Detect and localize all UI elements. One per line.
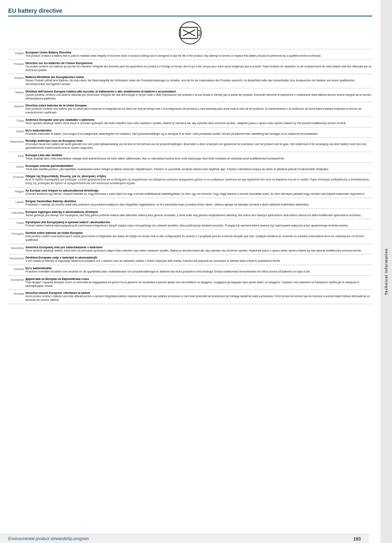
directive-title: Директива за батерии на Европейския съюз <box>25 277 372 280</box>
directive-text: Produktam ir baterija, ka izmanto reālā … <box>25 203 372 207</box>
directive-text: Produkt zawiera baterię wykorzystywaną d… <box>25 224 372 228</box>
language-label: Slovenščina <box>8 256 25 263</box>
directive-body: Richtlijn batterijen voor de Europese Un… <box>25 139 372 150</box>
directive-body: EU:s batteridirektivProdukten innehåller… <box>25 267 372 274</box>
directive-entry: EestiEuroopa Liidu aku direktiivToode si… <box>8 152 372 162</box>
directive-entry: SvenskaEU:s batteridirektivProdukten inn… <box>8 265 372 275</box>
directive-text: Αυτό το προϊόν περιλαμβάνει μια μπαταρία… <box>25 178 372 185</box>
language-label: Latvski <box>8 200 25 207</box>
page-container: EU battery directive EnglishEuropean Uni… <box>0 0 392 543</box>
directive-text: Dit product bevat een batterij die wordt… <box>25 143 372 150</box>
language-label: Eesti <box>8 154 25 161</box>
directive-entry: LietuviškaiEuropos Sąjungos baterijų ir … <box>8 208 372 219</box>
directive-title: Batterie-Richtlinie der Europäischen Uni… <box>25 76 372 79</box>
language-label: Česky <box>8 118 25 125</box>
directive-title: Eiropas Savienibas Bateriju direktiva <box>25 200 372 203</box>
directive-title: Directive sur les batteries de l'Union E… <box>25 62 372 65</box>
directive-title: Οδηγία της Ευρωπαϊκής Ένωσης για τις ηλε… <box>25 175 372 178</box>
directive-text: Tämä laite sisältää pariston, jota käyte… <box>25 168 372 171</box>
language-label: Português <box>8 231 25 242</box>
language-label: Suomi <box>8 164 25 171</box>
footer-page-number: 193 <box>353 536 361 541</box>
directive-body: Οδηγία της Ευρωπαϊκής Ένωσης για τις ηλε… <box>25 175 372 185</box>
directive-text: This product contains a battery that is … <box>25 54 372 58</box>
directive-entry: MagyarAz Európai unió telepek és akkumul… <box>8 187 372 198</box>
directive-text: Este produto contém uma bateria que é us… <box>25 235 372 242</box>
battery-icon-container <box>8 21 372 46</box>
directive-entry: FrançaisDirective sur les batteries de l… <box>8 60 372 74</box>
directive-body: Eiropas Savienibas Bateriju direktivaPro… <box>25 200 372 207</box>
directives-list: EnglishEuropean Union Battery DirectiveT… <box>8 49 372 304</box>
directive-text: Този продукт съдържа батерия, която се и… <box>25 281 372 288</box>
directive-entry: БългарскиДиректива за батерии на Европей… <box>8 275 372 290</box>
directive-title: Directiva sobre baterías de la Unión Eur… <box>25 104 372 107</box>
directive-entry: PortuguêsDiretiva sobre baterias da Uniã… <box>8 229 372 244</box>
language-label: Español <box>8 104 25 115</box>
directive-body: Директива за батерии на Европейския съюз… <box>25 277 372 288</box>
directive-title: EU:s batteridirektiv <box>25 267 372 270</box>
directive-text: Šiame gaminyje yra baterija, kuri naudoj… <box>25 214 372 217</box>
directive-body: Euroopan unionin paristodirektiiiviTämä … <box>25 164 372 171</box>
directive-title: Smernica Európskej únie pre zaobchádzani… <box>25 246 372 249</box>
directive-entry: ΕλληνικαΟδηγία της Ευρωπαϊκής Ένωσης για… <box>8 173 372 187</box>
directive-entry: RomânăDirectiva Uniunii Europene referit… <box>8 289 372 304</box>
directive-body: Smernica Európskej únie pre zaobchádzani… <box>25 246 372 253</box>
language-label: English <box>8 51 25 58</box>
directive-text: Toode sisaldab akut, mida kasutatakse re… <box>25 157 372 161</box>
language-label: Italiano <box>8 90 25 101</box>
directive-entry: EspañolDirectiva sobre baterías de la Un… <box>8 102 372 116</box>
directive-entry: PolskiDyrektywa Unii Europejskiej w spra… <box>8 219 372 229</box>
directive-text: Este producto contiene una batería que s… <box>25 107 372 115</box>
directive-title: EU's batteridirektiv <box>25 129 372 132</box>
directive-body: Directiva Uniunii Europene referitoare l… <box>25 291 372 302</box>
directive-body: Europos Sąjungos baterijų ir akumuliator… <box>25 210 372 217</box>
main-content: EU battery directive EnglishEuropean Uni… <box>0 0 380 543</box>
directive-entry: DanskEU's batteridirektivProduktet indeh… <box>8 127 372 138</box>
directive-text: Questo prodotto contiene una batteria ut… <box>25 93 372 101</box>
sidebar-label: Technical information <box>384 248 388 295</box>
language-label: Română <box>8 291 25 302</box>
directive-body: European Union Battery DirectiveThis pro… <box>25 51 372 58</box>
directive-title: Az Európai unió telepek és akkumulátorok… <box>25 189 372 192</box>
language-label: Svenska <box>8 267 25 274</box>
directive-entry: ČeskySměrnice Evropské unie pro nakládán… <box>8 116 372 127</box>
language-label: Dansk <box>8 129 25 136</box>
directive-body: Euroopa Liidu aku direktiivToode sisalda… <box>25 154 372 161</box>
directive-body: Batterie-Richtlinie der Europäischen Uni… <box>25 76 372 86</box>
directive-title: Euroopa Liidu aku direktiiv <box>25 154 372 157</box>
directive-body: Directiva sobre baterías de la Unión Eur… <box>25 104 372 115</box>
directive-body: Direttiva dell'Unione Europea relativa a… <box>25 90 372 101</box>
directive-title: Direttiva dell'Unione Europea relativa a… <box>25 90 372 93</box>
directive-body: Direktiva Evropske unije o baterijah in … <box>25 256 372 263</box>
directive-text: Dieses Produkt enthält eine Batterie, di… <box>25 79 372 86</box>
directive-text: Produktet indeholder et batteri, som bru… <box>25 132 372 136</box>
directive-entry: SlovenčinaSmernica Európskej únie pre za… <box>8 244 372 254</box>
directive-entry: ItalianoDirettiva dell'Unione Europea re… <box>8 88 372 102</box>
directive-title: Dyrektywa Unii Europejskiej w sprawie ba… <box>25 221 372 224</box>
directive-body: EU's batteridirektivProduktet indeholder… <box>25 129 372 136</box>
language-label: Deutsch <box>8 76 25 86</box>
directive-text: Tento výrobok obsahuje batériu, ktorá sl… <box>25 249 372 253</box>
language-label: Lietuviškai <box>8 210 25 217</box>
language-label: Français <box>8 62 25 72</box>
directive-title: European Union Battery Directive <box>25 51 372 54</box>
directive-title: Směrnice Evropské unie pro nakládání s b… <box>25 118 372 121</box>
directive-body: Dyrektywa Unii Europejskiej w sprawie ba… <box>25 221 372 228</box>
language-label: Magyar <box>8 189 25 196</box>
language-label: Nederlands <box>8 139 25 150</box>
directive-title: Direktiva Evropske unije o baterijah in … <box>25 256 372 259</box>
language-label: Slovenčina <box>8 246 25 253</box>
directive-title: Diretiva sobre baterias da União Européi… <box>25 231 372 234</box>
directive-text: Acest produs conține o baterie care este… <box>25 295 372 302</box>
directive-entry: EnglishEuropean Union Battery DirectiveT… <box>8 49 372 60</box>
battery-icon <box>178 21 203 45</box>
directive-entry: DeutschBatterie-Richtlinie der Europäisc… <box>8 74 372 88</box>
directive-entry: LatvskiEiropas Savienibas Bateriju direk… <box>8 198 372 208</box>
directive-text: Tento výrobek obsahuje baterii, která sl… <box>25 122 372 125</box>
language-label: Български <box>8 277 25 288</box>
language-label: Ελληνικα <box>8 175 25 185</box>
footer-program-text: Environmental product stewardship progra… <box>8 536 89 541</box>
language-label: Polski <box>8 221 25 228</box>
directive-body: Az Európai unió telepek és akkumulátorok… <box>25 189 372 196</box>
directive-body: Directive sur les batteries de l'Union E… <box>25 62 372 72</box>
